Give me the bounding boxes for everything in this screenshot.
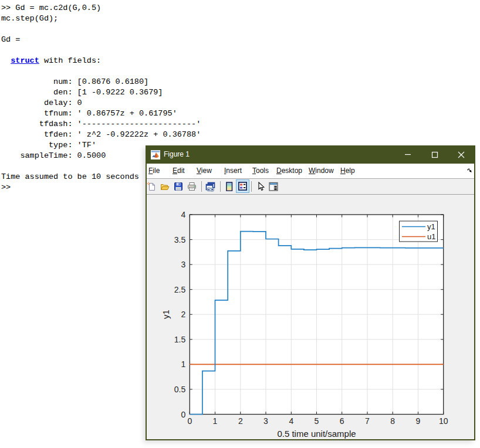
svg-text:3: 3 [263,416,268,426]
svg-text:5: 5 [315,416,319,426]
svg-text:10: 10 [439,416,448,426]
svg-text:3: 3 [181,260,186,269]
svg-text:0: 0 [187,416,192,426]
svg-text:u1: u1 [427,232,435,241]
svg-text:7: 7 [365,416,370,426]
svg-text:1.5: 1.5 [174,335,186,344]
svg-text:9: 9 [416,416,421,426]
svg-text:4: 4 [289,416,293,426]
svg-text:6: 6 [340,416,344,426]
svg-text:0.5: 0.5 [174,385,186,394]
svg-text:0.5 time unit/sample: 0.5 time unit/sample [277,429,356,439]
svg-text:3.5: 3.5 [174,235,186,245]
svg-text:y1: y1 [427,222,435,231]
svg-text:8: 8 [390,416,395,426]
svg-text:4: 4 [181,210,186,219]
svg-text:1: 1 [181,359,186,369]
svg-text:2: 2 [238,416,243,426]
svg-text:2.5: 2.5 [174,285,186,294]
svg-text:2: 2 [181,310,186,319]
svg-text:y1: y1 [161,310,171,319]
svg-text:1: 1 [213,416,218,426]
svg-text:0: 0 [181,410,186,419]
